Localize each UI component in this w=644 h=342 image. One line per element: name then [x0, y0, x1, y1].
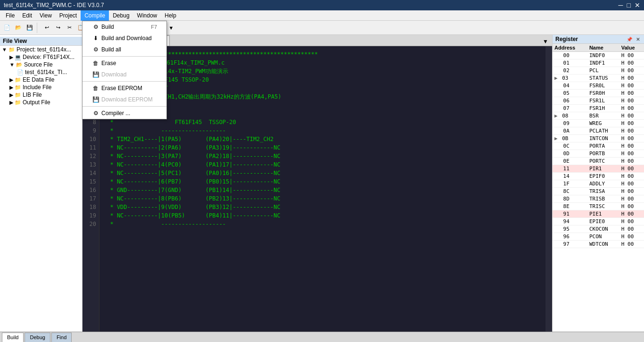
register-pin-btn[interactable]: 📌: [626, 36, 633, 42]
tree-output[interactable]: ▶ 📁 Output File: [0, 99, 82, 106]
register-row[interactable]: 04 FSR0L H 00: [553, 82, 644, 90]
register-row[interactable]: 07 FSR1H H 00: [553, 105, 644, 112]
register-row[interactable]: 01 INDF1 H 00: [553, 59, 644, 67]
code-line: * NC----------|3(PA7) (PA2)18|----------…: [103, 152, 548, 160]
code-editor[interactable]: /***************************************…: [99, 46, 552, 332]
editor-scrollbar[interactable]: [545, 46, 552, 332]
reg-addr: ▶ 03: [553, 75, 587, 82]
close-button[interactable]: ✕: [635, 1, 640, 9]
menu-view[interactable]: View: [36, 10, 56, 21]
menu-help[interactable]: Help: [161, 10, 180, 21]
reg-name: INDF0: [587, 52, 619, 59]
register-row[interactable]: 8D TRISB H 00: [553, 195, 644, 203]
menu-window[interactable]: Window: [133, 10, 161, 21]
toolbar-new[interactable]: 📄: [2, 23, 12, 33]
reg-value: H 00: [619, 82, 644, 90]
reg-name: TRISA: [587, 188, 619, 195]
reg-addr: 0D: [553, 150, 587, 158]
register-close-btn[interactable]: ✕: [635, 36, 641, 42]
menu-compile[interactable]: Compile: [81, 10, 109, 21]
register-row[interactable]: 95 CKOCON H 00: [553, 225, 644, 233]
register-row[interactable]: 1F ADDLY H 00: [553, 180, 644, 188]
toolbar-undo[interactable]: ↩: [41, 23, 52, 33]
maximize-button[interactable]: □: [627, 1, 631, 9]
compile-download[interactable]: 💾 Download: [83, 69, 166, 80]
reg-name: TRISB: [587, 195, 619, 203]
tree-source-file[interactable]: ▼ 📂 Source File: [0, 61, 82, 68]
register-row[interactable]: 02 PCL H 00: [553, 67, 644, 75]
compile-erase-eeprom[interactable]: 🗑 Erase EEPROM: [83, 83, 166, 94]
reg-expand-icon[interactable]: ▶: [554, 135, 558, 142]
reg-name: PCON: [587, 233, 619, 241]
bottom-area: Build Debug Find Output 📌 ✕ EEPROM 📌: [0, 332, 644, 342]
menu-file[interactable]: File: [2, 10, 18, 21]
lib-folder-icon: 📁: [15, 92, 21, 98]
register-row[interactable]: 0A PCLATH H 00: [553, 127, 644, 135]
register-row[interactable]: 97 WDTCON H 00: [553, 241, 644, 248]
reg-addr: 00: [553, 52, 587, 59]
register-row[interactable]: 09 WREG H 00: [553, 120, 644, 127]
toolbar-redo[interactable]: ↪: [53, 23, 63, 33]
toolbar-cut[interactable]: ✂: [64, 23, 74, 33]
minimize-button[interactable]: ─: [619, 1, 623, 9]
compile-download-eeprom[interactable]: 💾 Download EEPROM: [83, 94, 166, 105]
compile-build-all[interactable]: ⚙ Build all: [83, 44, 166, 55]
reg-value: H 00: [619, 158, 644, 165]
register-row[interactable]: 05 FSR0H H 00: [553, 90, 644, 97]
register-row[interactable]: 8E TRISC H 00: [553, 203, 644, 210]
register-row[interactable]: 06 FSR1L H 00: [553, 97, 644, 105]
reg-value: H 00: [619, 90, 644, 97]
code-line: * VDD---------|9(VDD) (PB3)12|----------…: [103, 203, 548, 211]
register-row[interactable]: ▶ 03 STATUS H 00: [553, 75, 644, 82]
reg-expand-icon[interactable]: ▶: [554, 113, 558, 119]
reg-name: PORTB: [587, 150, 619, 158]
menu-project[interactable]: Project: [56, 10, 81, 21]
menu-sep2: [83, 81, 166, 82]
reg-value: H 00: [619, 225, 644, 233]
compile-compiler[interactable]: ⚙ Compiler ...: [83, 108, 166, 119]
tree-ee-data[interactable]: ▶ 📁 EE Data File: [0, 76, 82, 83]
reg-addr: 91: [553, 210, 587, 218]
reg-col-address: Address: [553, 44, 587, 52]
register-row[interactable]: 0D PORTB H 00: [553, 150, 644, 158]
toolbar-more[interactable]: ▼: [166, 23, 176, 33]
reg-addr: 97: [553, 241, 587, 248]
register-row[interactable]: 94 EPIE0 H 00: [553, 218, 644, 225]
bottom-tab-debug[interactable]: Debug: [25, 333, 50, 342]
bottom-tab-find[interactable]: Find: [51, 333, 72, 342]
reg-value: H 00: [619, 165, 644, 173]
register-row[interactable]: 96 PCON H 00: [553, 233, 644, 241]
register-row[interactable]: 0C PORTA H 00: [553, 142, 644, 150]
reg-addr: 14: [553, 173, 587, 180]
toolbar-save[interactable]: 💾: [25, 23, 35, 33]
code-line: * NC----------|4(PC0) (PA1)17|----------…: [103, 160, 548, 169]
reg-expand-icon[interactable]: ▶: [554, 75, 558, 81]
tab-dropdown-btn[interactable]: ▼: [541, 37, 550, 46]
code-line: * NC----------|6(PB7) (PB0)15|----------…: [103, 177, 548, 186]
menu-debug[interactable]: Debug: [109, 10, 133, 21]
compile-build[interactable]: ⚙ Build F7: [83, 21, 166, 33]
menu-edit[interactable]: Edit: [18, 10, 36, 21]
register-row[interactable]: 8C TRISA H 00: [553, 188, 644, 195]
register-row[interactable]: 11 PIR1 H 00: [553, 165, 644, 173]
register-row[interactable]: ▶ 08 BSR H 00: [553, 112, 644, 120]
register-row[interactable]: 14 EPIF0 H 00: [553, 173, 644, 180]
tree-include[interactable]: ▶ 📁 Include File: [0, 83, 82, 91]
source-folder-icon: 📂: [16, 62, 23, 68]
tree-ee-label: EE Data File: [23, 76, 54, 83]
register-row[interactable]: 0E PORTC H 00: [553, 158, 644, 165]
bottom-tab-build[interactable]: Build: [2, 333, 24, 342]
register-row[interactable]: 91 PIE1 H 00: [553, 210, 644, 218]
reg-name: WREG: [587, 120, 619, 127]
tree-source-file-item[interactable]: 📄 test_61f14x_TI...: [0, 68, 82, 76]
reg-name: PORTA: [587, 142, 619, 150]
code-line: * TIM2_CH1----|1(PA5) (PA4)20|----TIM2_C…: [103, 135, 548, 143]
compile-erase[interactable]: 🗑 Erase: [83, 58, 166, 69]
tree-project[interactable]: ▼ 📁 Project: test_61f14x...: [0, 46, 82, 53]
tree-device[interactable]: ▶ 💻 Device: FT61F14X...: [0, 53, 82, 61]
compile-build-download[interactable]: ⬇ Build and Download: [83, 33, 166, 44]
toolbar-open[interactable]: 📂: [13, 23, 24, 33]
tree-lib[interactable]: ▶ 📁 LIB File: [0, 91, 82, 99]
register-row[interactable]: ▶ 0B INTCON H 00: [553, 135, 644, 142]
register-row[interactable]: 00 INDF0 H 00: [553, 52, 644, 59]
